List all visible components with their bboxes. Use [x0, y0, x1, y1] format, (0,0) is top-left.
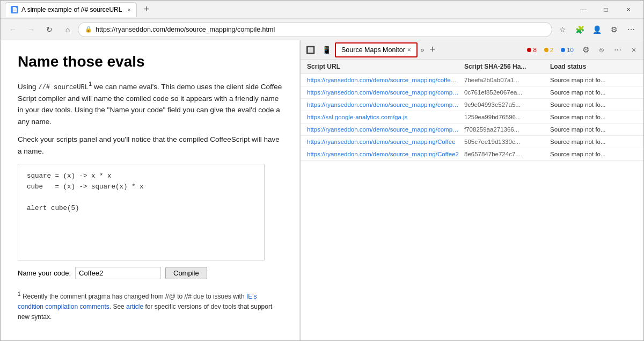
tab-favicon: 📄: [11, 6, 18, 13]
settings-button[interactable]: ⚙: [606, 21, 622, 38]
devtools-table: Script URL Script SHA-256 Ha... Load sta…: [301, 60, 643, 340]
row-hash: 9c9e04993e527a5...: [462, 100, 548, 109]
nav-actions: ☆ 🧩 👤 ⚙ ⋯: [554, 21, 639, 38]
code-editor: square = (x) -> x * x cube = (x) -> squa…: [18, 164, 265, 260]
table-row[interactable]: https://ryanseddon.com/demo/source_mappi…: [301, 74, 643, 86]
more-tabs-button[interactable]: »: [419, 46, 427, 54]
code-line-1: square = (x) -> x * x: [27, 171, 255, 182]
devtools-topbar: 🔲 📱 Source Maps Monitor × » + 8 2: [301, 40, 643, 60]
info-dot: [561, 48, 565, 52]
row-hash: 0c761ef852e067ea...: [462, 88, 548, 97]
footnote: 1 Recently the comment pragma has change…: [18, 290, 282, 323]
new-tab-button[interactable]: +: [139, 2, 154, 17]
browser-window: 📄 A simple example of //# sourceURL × + …: [0, 0, 644, 341]
window-controls: — □ ×: [573, 1, 639, 19]
row-status: Source map not fo...: [548, 150, 639, 158]
warning-dot: [544, 48, 548, 52]
page-heading: Name those evals: [18, 53, 282, 70]
browser-tab[interactable]: 📄 A simple example of //# sourceURL ×: [5, 2, 137, 17]
address-bar[interactable]: 🔒 https://ryanseddon.com/demo/source_map…: [78, 22, 552, 37]
devtools-panel: 🔲 📱 Source Maps Monitor × » + 8 2: [300, 40, 643, 340]
footnote-link-2[interactable]: article: [126, 303, 143, 310]
table-row[interactable]: https://ryanseddon.com/demo/source_mappi…: [301, 86, 643, 99]
tab-close-button[interactable]: ×: [127, 6, 130, 13]
more-button[interactable]: ⋯: [623, 21, 639, 38]
row-url: https://ryanseddon.com/demo/source_mappi…: [305, 137, 462, 146]
devtools-share-button[interactable]: ⎋: [594, 42, 609, 57]
warning-badge: 2: [541, 46, 557, 54]
footnote-sup: 1: [18, 291, 21, 297]
paragraph-1: Using //# sourceURL1 we can name eval's.…: [18, 79, 282, 127]
tab-title: A simple example of //# sourceURL: [21, 6, 122, 13]
table-row[interactable]: https://ryanseddon.com/demo/source_mappi…: [301, 99, 643, 111]
info-count: 10: [567, 47, 574, 53]
row-url: https://ryanseddon.com/demo/source_mappi…: [305, 88, 462, 97]
row-hash: 505c7ee19d1330c...: [462, 137, 548, 146]
row-status: Source map not fo...: [548, 137, 639, 146]
row-status: Source map not fo...: [548, 100, 639, 109]
code-line-4: alert cube(5): [27, 203, 255, 214]
footnote-mid: . See: [109, 303, 126, 310]
extensions-button[interactable]: 🧩: [572, 21, 588, 38]
error-count: 8: [533, 47, 536, 53]
row-hash: 7beefa2b0ab07a1...: [462, 76, 548, 84]
profile-button[interactable]: 👤: [589, 21, 605, 38]
row-hash: 8e657847be724c7...: [462, 150, 548, 158]
maximize-button[interactable]: □: [595, 1, 617, 19]
table-row[interactable]: https://ryanseddon.com/demo/source_mappi…: [301, 124, 643, 136]
devtools-device-button[interactable]: 📱: [319, 42, 334, 57]
title-bar: 📄 A simple example of //# sourceURL × + …: [1, 1, 643, 19]
name-input[interactable]: [75, 267, 161, 279]
back-button[interactable]: ←: [5, 21, 21, 38]
close-button[interactable]: ×: [618, 1, 639, 19]
info-badge: 10: [558, 46, 577, 54]
code-sourcemapurl: //# sourceURL: [38, 84, 89, 91]
content-area: Name those evals Using //# sourceURL1 we…: [1, 40, 643, 340]
row-status: Source map not fo...: [548, 88, 639, 97]
error-badge: 8: [524, 46, 539, 54]
table-header: Script URL Script SHA-256 Ha... Load sta…: [301, 60, 643, 74]
row-hash: 1259ea99bd76596...: [462, 113, 548, 121]
url-text: https://ryanseddon.com/demo/source_mappi…: [96, 26, 545, 33]
col-header-sha: Script SHA-256 Ha...: [462, 62, 548, 71]
tab-label: Source Maps Monitor: [341, 46, 405, 54]
minimize-button[interactable]: —: [573, 1, 594, 19]
warning-count: 2: [550, 47, 553, 53]
lock-icon: 🔒: [85, 26, 92, 33]
error-dot: [527, 48, 531, 52]
row-url: https://ssl.google-analytics.com/ga.js: [305, 113, 462, 121]
devtools-more-button[interactable]: ⋯: [610, 42, 625, 57]
home-button[interactable]: ⌂: [60, 21, 76, 38]
add-tab-button[interactable]: +: [428, 44, 438, 55]
row-status: Source map not fo...: [548, 76, 639, 84]
row-url: https://ryanseddon.com/demo/source_mappi…: [305, 125, 462, 134]
row-status: Source map not fo...: [548, 113, 639, 121]
nav-bar: ← → ↻ ⌂ 🔒 https://ryanseddon.com/demo/so…: [1, 19, 643, 40]
table-rows: https://ryanseddon.com/demo/source_mappi…: [301, 74, 643, 161]
col-header-url: Script URL: [305, 62, 462, 71]
name-row: Name your code: Compile: [18, 267, 282, 279]
row-url: https://ryanseddon.com/demo/source_mappi…: [305, 150, 462, 158]
row-hash: f708259aa271366...: [462, 125, 548, 134]
devtools-close-button[interactable]: ×: [626, 42, 641, 57]
compile-button[interactable]: Compile: [165, 267, 207, 279]
source-maps-monitor-tab[interactable]: Source Maps Monitor ×: [335, 42, 418, 57]
code-line-3: [27, 192, 255, 203]
code-line-2: cube = (x) -> square(x) * x: [27, 182, 255, 192]
footnote-text: Recently the comment pragma has changed …: [23, 293, 246, 300]
footnote-ref: 1: [89, 81, 92, 87]
paragraph-2: Check your scripts panel and you'll noti…: [18, 134, 282, 157]
tab-close-x[interactable]: ×: [407, 46, 411, 54]
devtools-inspect-button[interactable]: 🔲: [303, 42, 318, 57]
name-label: Name your code:: [18, 269, 71, 277]
bookmark-button[interactable]: ☆: [554, 21, 570, 38]
row-status: Source map not fo...: [548, 125, 639, 134]
row-url: https://ryanseddon.com/demo/source_mappi…: [305, 76, 462, 84]
table-row[interactable]: https://ssl.google-analytics.com/ga.js 1…: [301, 111, 643, 124]
reload-button[interactable]: ↻: [41, 21, 57, 38]
table-row[interactable]: https://ryanseddon.com/demo/source_mappi…: [301, 148, 643, 161]
table-row[interactable]: https://ryanseddon.com/demo/source_mappi…: [301, 136, 643, 148]
devtools-settings-button[interactable]: ⚙: [578, 42, 593, 57]
webpage-content: Name those evals Using //# sourceURL1 we…: [1, 40, 300, 340]
forward-button[interactable]: →: [23, 21, 39, 38]
